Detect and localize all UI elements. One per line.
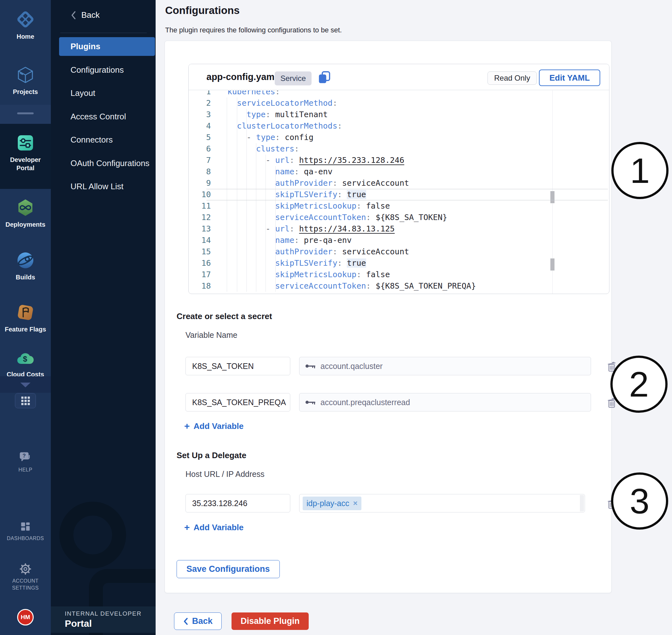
annotation-circle-1: 1 — [611, 142, 669, 199]
add-variable-link[interactable]: + Add Variable — [184, 421, 244, 432]
plus-icon: + — [184, 522, 190, 533]
code-text: skipTLSVerify: true — [227, 189, 366, 200]
line-number: 1 — [189, 90, 211, 97]
portal-branding: INTERNAL DEVELOPER Portal — [51, 607, 156, 633]
line-number: 7 — [189, 155, 211, 166]
line-number: 9 — [189, 177, 211, 189]
code-text: serviceAccountToken: ${K8S_SA_TOKEN_PREQ… — [227, 280, 476, 292]
variable-name-input[interactable]: K8S_SA_TOKEN_PREQA — [186, 393, 290, 412]
plugin-nav-panel: Back PluginsConfigurationsLayoutAccess C… — [51, 0, 156, 635]
nav-item-url-allow-list[interactable]: URL Allow List — [70, 177, 124, 196]
code-line-5: 5 - type: config — [189, 132, 609, 143]
line-number: 17 — [189, 269, 211, 280]
tag-chip[interactable]: idp-play-acc× — [303, 497, 362, 510]
key-icon — [305, 364, 316, 369]
sidebar-item-label: ACCOUNT SETTINGS — [0, 577, 51, 591]
disable-plugin-button[interactable]: Disable Plugin — [232, 612, 309, 630]
nav-item-oauth-configurations[interactable]: OAuth Configurations — [70, 154, 150, 173]
sidebar-item-account-settings[interactable]: ACCOUNT SETTINGS — [0, 563, 51, 591]
tag-chip-label: idp-play-acc — [306, 499, 349, 508]
code-line-3: 3 type: multiTenant — [189, 109, 609, 121]
back-nav-link[interactable]: Back — [70, 10, 100, 20]
portal-title: Portal — [65, 618, 156, 629]
code-line-12: 12 serviceAccountToken: ${K8S_SA_TOKEN} — [189, 212, 609, 223]
add-delegate-variable-link[interactable]: + Add Variable — [184, 522, 244, 533]
sidebar-item-projects[interactable]: Projects — [0, 65, 51, 96]
nav-item-plugins[interactable]: Plugins — [59, 37, 155, 56]
page-subtitle: The plugin requires the following config… — [165, 26, 342, 34]
delegate-tags-field[interactable]: idp-play-acc× — [299, 494, 585, 512]
sidebar-item-developer-portal[interactable]: Developer Portal — [0, 133, 51, 172]
edit-yaml-button[interactable]: Edit YAML — [539, 69, 600, 86]
decorative-ring — [59, 502, 126, 568]
sidebar-item-builds[interactable]: Builds — [0, 250, 51, 281]
line-number: 15 — [189, 246, 211, 258]
code-line-10: 10 skipTLSVerify: true — [189, 189, 609, 200]
deployments-icon — [15, 197, 36, 218]
sidebar-item-deployments[interactable]: Deployments — [0, 197, 51, 228]
collapse-handle[interactable] — [17, 112, 34, 114]
code-text: clusters: — [227, 143, 299, 155]
dashboards-icon — [19, 521, 31, 533]
code-line-16: 16 skipTLSVerify: true — [189, 258, 609, 269]
line-number: 18 — [189, 280, 211, 292]
code-line-11: 11 skipMetricsLookup: false — [189, 200, 609, 212]
line-number: 14 — [189, 235, 211, 246]
developer-portal-icon — [15, 133, 36, 153]
user-avatar[interactable]: HM — [17, 609, 34, 626]
variable-name-input[interactable]: K8S_SA_TOKEN — [186, 357, 290, 375]
nav-item-connectors[interactable]: Connectors — [70, 131, 113, 149]
back-button[interactable]: Back — [174, 612, 222, 630]
line-number: 6 — [189, 143, 211, 155]
configurations-card: app-config.yaml Service Read Only Edit Y… — [165, 41, 612, 593]
copy-icon[interactable] — [317, 70, 331, 85]
apps-grid-icon — [21, 397, 30, 405]
sidebar-item-label: Builds — [0, 273, 51, 281]
line-number: 3 — [189, 109, 211, 121]
svg-text:$: $ — [23, 355, 27, 363]
sidebar-item-feature-flags[interactable]: Feature Flags — [0, 302, 51, 333]
module-picker-button[interactable] — [15, 393, 36, 408]
line-number: 10 — [189, 189, 211, 200]
back-label: Back — [81, 10, 100, 20]
main-content: Configurations The plugin requires the f… — [156, 0, 672, 635]
sidebar-item-home[interactable]: Home — [0, 9, 51, 41]
secret-reference: account.qacluster — [321, 362, 383, 371]
sidebar-separator — [0, 105, 51, 124]
code-text: skipTLSVerify: true — [227, 258, 366, 269]
sidebar-item-label: HELP — [0, 466, 51, 474]
sidebar-item-label: Projects — [0, 88, 51, 96]
sidebar-item-label: Home — [0, 32, 51, 41]
code-line-18: 18 serviceAccountToken: ${K8S_SA_TOKEN_P… — [189, 280, 609, 292]
line-number: 5 — [189, 132, 211, 143]
yaml-filename: app-config.yaml — [207, 72, 277, 82]
save-configurations-button[interactable]: Save Configurations — [177, 560, 280, 578]
divider — [60, 33, 147, 33]
sidebar-item-help[interactable]: ? HELP — [0, 451, 51, 474]
code-line-4: 4 clusterLocatorMethods: — [189, 121, 609, 132]
builds-icon — [15, 250, 36, 270]
chevron-down-icon[interactable] — [20, 382, 30, 387]
nav-item-layout[interactable]: Layout — [70, 84, 95, 103]
svg-text:?: ? — [23, 453, 26, 458]
sidebar-item-cloud-costs[interactable]: $ Cloud Costs — [0, 349, 51, 378]
nav-item-configurations[interactable]: Configurations — [70, 61, 124, 79]
nav-item-access-control[interactable]: Access Control — [70, 107, 126, 126]
service-badge: Service — [275, 71, 311, 85]
code-text: skipMetricsLookup: false — [227, 200, 390, 212]
sidebar-more-strip — [0, 376, 51, 393]
secret-select-field[interactable]: account.preqaclusterread — [299, 393, 591, 412]
line-number: 13 — [189, 223, 211, 235]
code-text: clusterLocatorMethods: — [227, 121, 342, 132]
yaml-code-area[interactable]: 1kubernetes:2 serviceLocatorMethod:3 typ… — [189, 90, 609, 294]
host-url-input[interactable]: 35.233.128.246 — [186, 494, 290, 512]
secret-select-field[interactable]: account.qacluster — [299, 357, 591, 375]
sidebar-item-label: DASHBOARDS — [0, 535, 51, 542]
code-text: kubernetes: — [227, 90, 280, 97]
sidebar-item-dashboards[interactable]: DASHBOARDS — [0, 521, 51, 542]
remove-tag-icon[interactable]: × — [353, 499, 357, 508]
sidebar-item-label: Developer Portal — [0, 156, 51, 172]
add-variable-label: Add Variable — [194, 523, 244, 532]
left-sidebar: Home Projects Developer Portal — [0, 0, 51, 635]
add-variable-label: Add Variable — [194, 421, 244, 431]
